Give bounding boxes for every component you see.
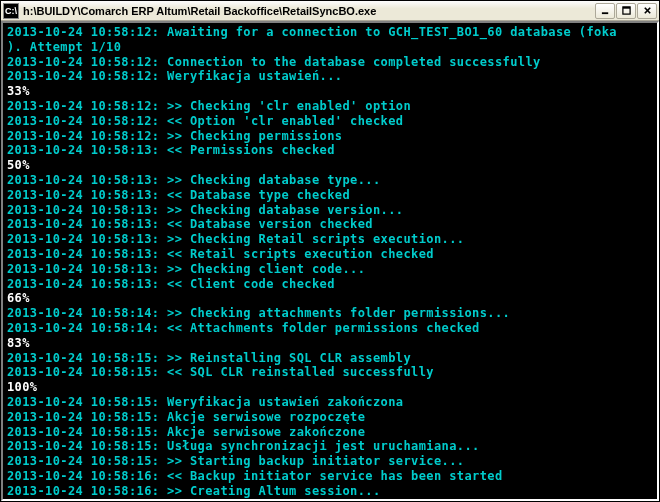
console-line: 2013-10-24 10:58:14: >> Checking attachm… (7, 306, 653, 321)
console-line: 2013-10-24 10:58:13: >> Checking databas… (7, 173, 653, 188)
console-line: 2013-10-24 10:58:15: >> Starting backup … (7, 454, 653, 469)
console-line: 100% (7, 380, 653, 395)
console-line: 33% (7, 84, 653, 99)
window-title: h:\BUILDY\Comarch ERP Altum\Retail Backo… (23, 5, 594, 17)
maximize-icon (622, 6, 631, 15)
console-line: 83% (7, 336, 653, 351)
console-line: 2013-10-24 10:58:13: << Client code chec… (7, 277, 653, 292)
console-line: 2013-10-24 10:58:15: Weryfikacja ustawie… (7, 395, 653, 410)
console-line: 2013-10-24 10:58:15: Akcje serwisowe roz… (7, 410, 653, 425)
console-line: 2013-10-24 10:58:16: >> Creating Altum s… (7, 484, 653, 499)
console-line: 2013-10-24 10:58:13: >> Checking Retail … (7, 232, 653, 247)
console-line: 2013-10-24 10:58:16: << Backup initiator… (7, 469, 653, 484)
console-line: 2013-10-24 10:58:12: Awaiting for a conn… (7, 25, 653, 40)
console-line: 2013-10-24 10:58:12: Weryfikacja ustawie… (7, 69, 653, 84)
console-line: 2013-10-24 10:58:12: << Option 'clr enab… (7, 114, 653, 129)
titlebar[interactable]: C:\ h:\BUILDY\Comarch ERP Altum\Retail B… (1, 1, 659, 21)
minimize-icon (601, 6, 610, 15)
console-line: 2013-10-24 10:58:15: Akcje serwisowe zak… (7, 425, 653, 440)
console-line: 66% (7, 291, 653, 306)
console-line: 50% (7, 158, 653, 173)
console-line: 2013-10-24 10:58:13: << Database version… (7, 217, 653, 232)
console-line: 2013-10-24 10:58:13: << Permissions chec… (7, 143, 653, 158)
console-window: C:\ h:\BUILDY\Comarch ERP Altum\Retail B… (0, 0, 660, 502)
console-output: 2013-10-24 10:58:12: Awaiting for a conn… (7, 25, 653, 499)
app-icon: C:\ (3, 3, 19, 19)
console-line: 2013-10-24 10:58:13: >> Checking client … (7, 262, 653, 277)
console-line: 2013-10-24 10:58:12: >> Checking 'clr en… (7, 99, 653, 114)
close-button[interactable] (637, 3, 657, 19)
console-line: 2013-10-24 10:58:15: >> Reinstalling SQL… (7, 351, 653, 366)
console-line: 2013-10-24 10:58:14: << Attachments fold… (7, 321, 653, 336)
svg-rect-0 (601, 12, 607, 14)
console-client-area[interactable]: 2013-10-24 10:58:12: Awaiting for a conn… (1, 21, 659, 501)
console-line: 2013-10-24 10:58:12: Connection to the d… (7, 55, 653, 70)
console-line: 2013-10-24 10:58:15: << SQL CLR reinstal… (7, 365, 653, 380)
console-line: 2013-10-24 10:58:15: Usługa synchronizac… (7, 439, 653, 454)
console-line: ). Attempt 1/10 (7, 40, 653, 55)
console-line: 2013-10-24 10:58:16: << Altum session cr… (7, 499, 653, 500)
console-line: 2013-10-24 10:58:13: << Retail scripts e… (7, 247, 653, 262)
console-line: 2013-10-24 10:58:13: >> Checking databas… (7, 203, 653, 218)
close-icon (643, 6, 652, 15)
console-line: 2013-10-24 10:58:12: >> Checking permiss… (7, 129, 653, 144)
svg-rect-2 (622, 7, 629, 9)
maximize-button[interactable] (616, 3, 636, 19)
minimize-button[interactable] (595, 3, 615, 19)
console-line: 2013-10-24 10:58:13: << Database type ch… (7, 188, 653, 203)
